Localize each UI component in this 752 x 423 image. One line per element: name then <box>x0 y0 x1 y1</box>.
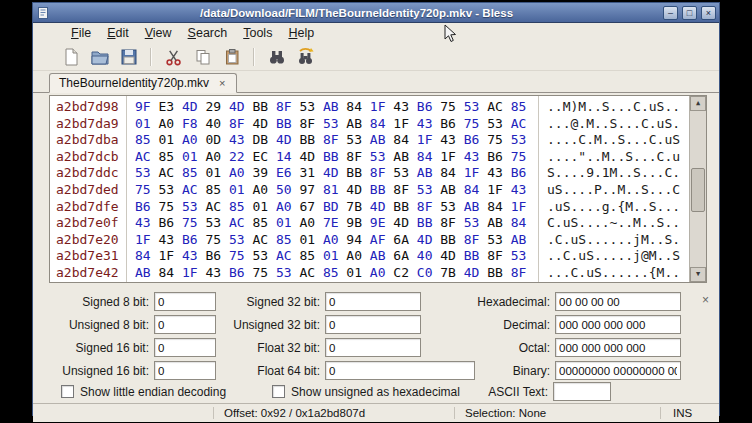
hex-byte[interactable]: B6 <box>135 199 151 214</box>
signed-16bit-input[interactable] <box>154 338 216 357</box>
save-button[interactable] <box>115 45 142 69</box>
hex-byte[interactable]: 1F <box>487 182 503 197</box>
hex-byte[interactable]: 31 <box>299 165 315 180</box>
hex-byte[interactable]: AC <box>511 116 527 131</box>
hex-byte[interactable]: 8F <box>487 248 503 263</box>
hex-byte[interactable]: 75 <box>487 132 503 147</box>
hex-byte[interactable]: 53 <box>158 182 174 197</box>
hex-byte[interactable]: 1F <box>370 99 386 114</box>
hex-row-bytes[interactable]: 75 53 AC 85 01 A0 50 97 81 4D BB 8F 53 A… <box>135 182 538 199</box>
hex-byte[interactable]: 1F <box>417 132 433 147</box>
hex-byte[interactable]: A0 <box>299 215 315 230</box>
hex-byte[interactable]: 85 <box>276 232 292 247</box>
hex-byte[interactable]: 53 <box>205 215 221 230</box>
hex-byte[interactable]: 01 <box>276 215 292 230</box>
hex-byte[interactable]: AC <box>135 149 151 164</box>
hex-byte[interactable]: 75 <box>182 215 198 230</box>
hex-byte[interactable]: 8F <box>323 132 339 147</box>
hex-byte[interactable]: 43 <box>393 99 409 114</box>
hex-byte[interactable]: 43 <box>205 265 221 280</box>
hex-byte[interactable]: 1F <box>158 248 174 263</box>
signed-32bit-input[interactable] <box>325 292 421 311</box>
hex-byte[interactable]: BB <box>346 165 362 180</box>
hex-byte[interactable]: 85 <box>323 265 339 280</box>
titlebar[interactable]: /data/Download/FILM/TheBourneIdentity720… <box>33 3 719 23</box>
unsigned-32bit-input[interactable] <box>325 315 421 334</box>
menu-edit[interactable]: Edit <box>99 24 137 42</box>
hex-byte[interactable]: AC <box>487 99 503 114</box>
hex-byte[interactable]: B6 <box>182 232 198 247</box>
hex-row-ascii[interactable]: .C.uS......jM..S. <box>547 232 689 249</box>
menu-view[interactable]: View <box>137 24 180 42</box>
conversion-panel-close-icon[interactable]: × <box>702 294 709 306</box>
hex-byte[interactable]: 53 <box>135 165 151 180</box>
hex-byte[interactable]: 01 <box>182 149 198 164</box>
hex-byte[interactable]: AB <box>346 116 362 131</box>
hex-byte[interactable]: 53 <box>323 116 339 131</box>
hex-byte[interactable]: BB <box>393 199 409 214</box>
hex-byte[interactable]: 75 <box>252 265 268 280</box>
hex-byte[interactable]: 7B <box>440 265 456 280</box>
hex-byte[interactable]: 8F <box>511 265 527 280</box>
hex-byte[interactable]: 75 <box>158 199 174 214</box>
hexadecimal-input[interactable] <box>555 292 681 311</box>
hex-byte[interactable]: F8 <box>182 116 198 131</box>
hex-byte[interactable]: C0 <box>417 265 433 280</box>
scroll-up-icon[interactable]: ▲ <box>690 96 706 111</box>
minimize-button-icon[interactable]: – <box>663 6 678 20</box>
signed-8bit-input[interactable] <box>154 292 216 311</box>
hex-byte[interactable]: 43 <box>417 116 433 131</box>
hex-row-bytes[interactable]: 53 AC 85 01 A0 39 E6 31 4D BB 8F 53 AB 8… <box>135 165 538 182</box>
hex-byte[interactable]: 81 <box>323 182 339 197</box>
hex-byte[interactable]: 8F <box>464 232 480 247</box>
octal-input[interactable] <box>555 338 681 357</box>
hex-byte[interactable]: B6 <box>229 265 245 280</box>
hex-byte[interactable]: 6A <box>393 232 409 247</box>
hex-byte[interactable]: 53 <box>511 132 527 147</box>
hex-row-bytes[interactable]: 84 1F 43 B6 75 53 AC 85 01 A0 AB 6A 40 4… <box>135 248 538 265</box>
hex-byte[interactable]: BB <box>299 132 315 147</box>
hex-byte[interactable]: 84 <box>135 248 151 263</box>
hex-byte[interactable]: BB <box>464 248 480 263</box>
hex-byte[interactable]: 8F <box>393 182 409 197</box>
unsigned-8bit-input[interactable] <box>154 315 216 334</box>
hex-byte[interactable]: 53 <box>393 165 409 180</box>
hex-byte[interactable]: 1F <box>135 232 151 247</box>
hex-byte[interactable]: 85 <box>299 248 315 263</box>
hex-byte[interactable]: 8F <box>276 99 292 114</box>
hex-byte[interactable]: AC <box>205 199 221 214</box>
hex-byte[interactable]: AB <box>323 99 339 114</box>
hex-byte[interactable]: 4D <box>417 232 433 247</box>
hex-byte[interactable]: 4D <box>252 116 268 131</box>
hex-row-ascii[interactable]: ..M)M..S...C.uS.. <box>547 99 689 116</box>
hex-byte[interactable]: B6 <box>511 165 527 180</box>
hex-row-ascii[interactable]: ..C.uS.....j@M..S <box>547 248 689 265</box>
hex-byte[interactable]: 9E <box>370 215 386 230</box>
hex-byte[interactable]: AC <box>229 215 245 230</box>
hex-byte[interactable]: 50 <box>276 182 292 197</box>
hex-byte[interactable]: 43 <box>182 248 198 263</box>
hex-row-ascii[interactable]: ...C.uS......{M.. <box>547 265 689 282</box>
hex-byte[interactable]: 85 <box>252 215 268 230</box>
hex-byte[interactable]: AC <box>276 248 292 263</box>
hex-row-ascii[interactable]: S....9.1M..S...C. <box>547 165 689 182</box>
hex-byte[interactable]: A0 <box>205 149 221 164</box>
hex-byte[interactable]: 01 <box>252 199 268 214</box>
hex-byte[interactable]: 4D <box>323 165 339 180</box>
hex-row-ascii[interactable]: C.uS....~..M..S.. <box>547 215 689 232</box>
new-file-button[interactable] <box>57 45 84 69</box>
hex-byte[interactable]: BB <box>417 215 433 230</box>
hex-byte[interactable]: AB <box>370 132 386 147</box>
hex-row-bytes[interactable]: AC 85 01 A0 22 EC 14 4D BB 8F 53 AB 84 1… <box>135 149 538 166</box>
hex-byte[interactable]: 53 <box>464 99 480 114</box>
hex-byte[interactable]: 01 <box>299 232 315 247</box>
hex-byte[interactable]: 29 <box>205 99 221 114</box>
hex-byte[interactable]: 8F <box>440 215 456 230</box>
open-button[interactable] <box>86 45 113 69</box>
hex-row-ascii[interactable]: ...@.M..S...C.uS. <box>547 116 689 133</box>
hex-byte[interactable]: 85 <box>511 99 527 114</box>
hex-byte[interactable]: 53 <box>464 215 480 230</box>
hex-byte[interactable]: 43 <box>135 215 151 230</box>
hex-byte[interactable]: AB <box>464 199 480 214</box>
hex-byte[interactable]: AB <box>370 248 386 263</box>
